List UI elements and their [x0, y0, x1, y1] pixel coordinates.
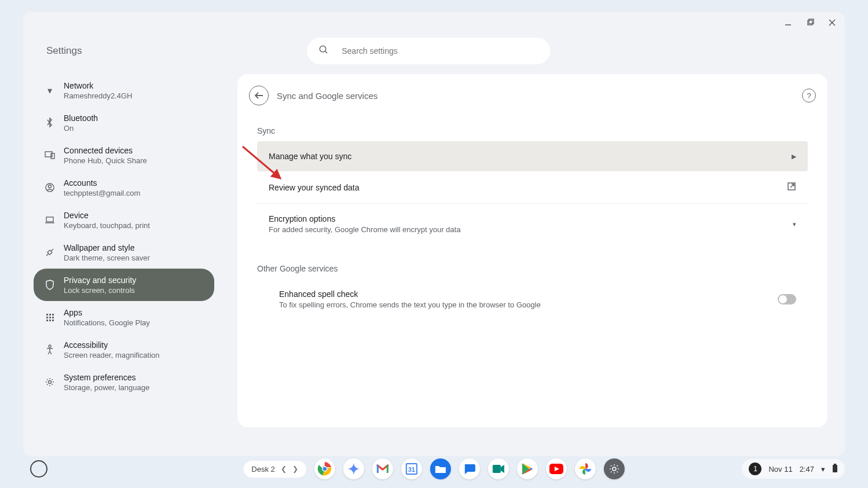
- nav-sub: Keyboard, touchpad, print: [64, 221, 150, 230]
- close-button[interactable]: [826, 17, 838, 28]
- manage-sync-row[interactable]: Manage what you sync ▶: [257, 141, 808, 171]
- gmail-app-icon[interactable]: [372, 458, 393, 479]
- notification-badge[interactable]: 1: [749, 463, 761, 475]
- svg-rect-14: [49, 314, 51, 315]
- nav-sub: techpptest@gmail.com: [64, 189, 140, 197]
- svg-rect-17: [49, 317, 51, 318]
- files-app-icon[interactable]: [430, 458, 451, 479]
- svg-rect-16: [46, 317, 48, 318]
- search-input[interactable]: [342, 46, 539, 56]
- youtube-app-icon[interactable]: [546, 458, 567, 479]
- svg-rect-19: [46, 320, 48, 321]
- nav-sub: Dark theme, screen saver: [64, 254, 150, 262]
- svg-rect-34: [493, 465, 501, 473]
- bluetooth-icon: [42, 118, 58, 128]
- sidebar-item-network[interactable]: ▾ NetworkRameshreddy2.4GH: [34, 74, 214, 107]
- messages-app-icon[interactable]: [459, 458, 480, 479]
- desk-next-button[interactable]: ❯: [292, 465, 298, 473]
- svg-point-22: [49, 345, 51, 347]
- sidebar-item-accessibility[interactable]: AccessibilityScreen reader, magnificatio…: [34, 333, 214, 366]
- header: Settings: [23, 34, 845, 68]
- shelf-time: 2:47: [800, 465, 814, 474]
- chrome-app-icon[interactable]: [314, 458, 335, 479]
- sidebar-item-connected-devices[interactable]: Connected devicesPhone Hub, Quick Share: [34, 139, 214, 171]
- back-button[interactable]: [249, 86, 269, 105]
- svg-rect-8: [51, 153, 54, 159]
- svg-point-10: [49, 185, 52, 188]
- desk-prev-button[interactable]: ❮: [281, 465, 287, 473]
- help-button[interactable]: ?: [802, 89, 816, 102]
- nav-label: System preferences: [64, 373, 149, 382]
- settings-app-icon[interactable]: [604, 458, 625, 479]
- nav-label: Privacy and security: [64, 276, 136, 285]
- spellcheck-toggle[interactable]: [778, 294, 796, 304]
- panel-title: Sync and Google services: [277, 91, 378, 101]
- row-label: Manage what you sync: [269, 152, 351, 161]
- svg-rect-29: [377, 465, 379, 473]
- battery-status-icon: [832, 464, 838, 475]
- desk-label: Desk 2: [251, 465, 274, 474]
- row-sub: To fix spelling errors, Chrome sends the…: [279, 300, 541, 309]
- nav-sub: Storage, power, language: [64, 383, 149, 392]
- svg-point-5: [320, 46, 326, 52]
- maximize-button[interactable]: [804, 17, 816, 28]
- sidebar-item-device[interactable]: DeviceKeyboard, touchpad, print: [34, 204, 214, 236]
- shelf: Desk 2 ❮ ❯ 31 1 Nov 11 2:47 ▾: [23, 454, 845, 483]
- titlebar: [23, 12, 845, 34]
- svg-rect-20: [49, 320, 51, 321]
- sidebar-item-privacy[interactable]: Privacy and securityLock screen, control…: [34, 269, 214, 301]
- svg-rect-15: [52, 314, 54, 315]
- nav-label: Wallpaper and style: [64, 243, 150, 252]
- sync-section-label: Sync: [257, 123, 808, 141]
- devices-icon: [42, 151, 58, 159]
- brush-icon: [42, 248, 58, 257]
- svg-rect-13: [46, 314, 48, 315]
- minimize-button[interactable]: [782, 17, 794, 28]
- accessibility-icon: [42, 344, 58, 355]
- svg-rect-1: [808, 20, 812, 25]
- nav-sub: On: [64, 124, 98, 133]
- nav-sub: Lock screen, controls: [64, 286, 136, 295]
- nav-label: Connected devices: [64, 146, 147, 155]
- sidebar-item-accounts[interactable]: Accountstechpptest@gmail.com: [34, 171, 214, 204]
- desk-switcher[interactable]: Desk 2 ❮ ❯: [243, 461, 306, 478]
- status-area[interactable]: 1 Nov 11 2:47 ▾: [742, 459, 845, 479]
- review-synced-row[interactable]: Review your synced data: [257, 171, 808, 204]
- shelf-date: Nov 11: [768, 465, 792, 474]
- spellcheck-row: Enhanced spell check To fix spelling err…: [257, 279, 808, 320]
- settings-panel: Sync and Google services ? Sync Manage w…: [237, 74, 827, 427]
- chevron-down-icon: ▾: [793, 221, 796, 228]
- svg-point-28: [323, 467, 327, 471]
- shield-icon: [42, 280, 58, 290]
- gemini-app-icon[interactable]: [343, 458, 364, 479]
- sidebar-item-wallpaper[interactable]: Wallpaper and styleDark theme, screen sa…: [34, 236, 214, 269]
- settings-window: Settings ▾ NetworkRameshreddy2.4GH Bluet…: [23, 12, 845, 456]
- other-services-label: Other Google services: [257, 260, 808, 279]
- svg-rect-38: [834, 464, 836, 465]
- apps-icon: [42, 313, 58, 321]
- calendar-app-icon[interactable]: 31: [401, 458, 422, 479]
- launcher-button[interactable]: [30, 460, 47, 478]
- encryption-row[interactable]: Encryption options For added security, G…: [257, 204, 808, 244]
- svg-rect-30: [387, 465, 389, 473]
- laptop-icon: [42, 216, 58, 224]
- nav-label: Accounts: [64, 178, 140, 188]
- nav-sub: Phone Hub, Quick Share: [64, 156, 147, 165]
- svg-rect-21: [52, 320, 54, 321]
- photos-app-icon[interactable]: [575, 458, 596, 479]
- search-icon: [318, 45, 329, 57]
- sidebar-item-system[interactable]: System preferencesStorage, power, langua…: [34, 366, 214, 398]
- nav-label: Bluetooth: [64, 113, 98, 123]
- svg-text:31: 31: [408, 466, 415, 473]
- play-store-app-icon[interactable]: [517, 458, 538, 479]
- row-label: Review your synced data: [269, 183, 359, 192]
- external-link-icon: [787, 182, 796, 193]
- search-bar[interactable]: [307, 38, 550, 64]
- sidebar: ▾ NetworkRameshreddy2.4GH BluetoothOn Co…: [23, 68, 232, 456]
- sidebar-item-apps[interactable]: AppsNotifications, Google Play: [34, 301, 214, 333]
- chevron-right-icon: ▶: [792, 153, 796, 160]
- meet-app-icon[interactable]: [488, 458, 509, 479]
- svg-rect-11: [46, 217, 53, 222]
- sidebar-item-bluetooth[interactable]: BluetoothOn: [34, 107, 214, 139]
- wifi-status-icon: ▾: [821, 465, 825, 474]
